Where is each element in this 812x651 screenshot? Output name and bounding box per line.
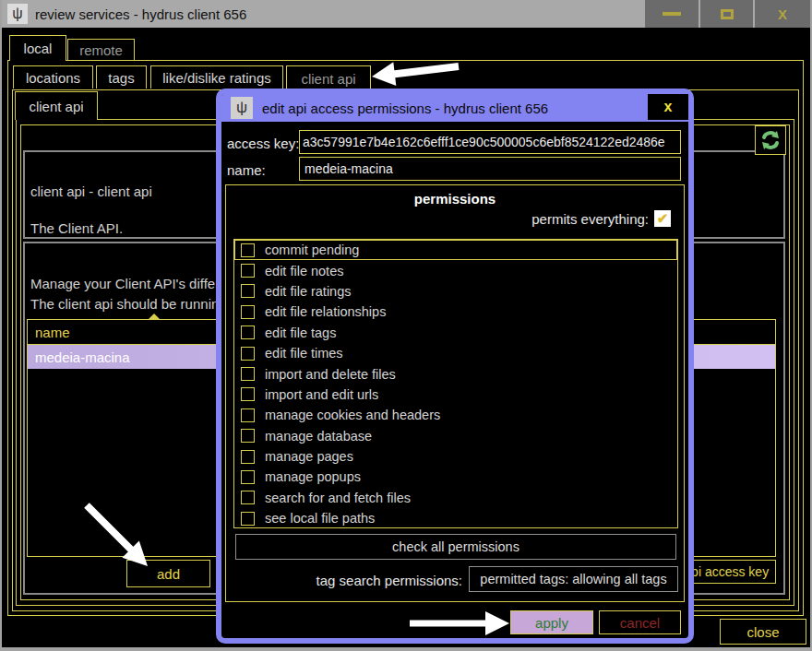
permission-item[interactable]: search for and fetch files — [234, 488, 677, 508]
permission-item[interactable]: manage popups — [234, 467, 677, 487]
permission-item[interactable]: edit file notes — [234, 260, 677, 280]
permission-item[interactable]: manage database — [234, 426, 677, 446]
permission-item-label: edit file tags — [265, 326, 336, 340]
dialog-close-button[interactable]: x — [648, 94, 688, 120]
checkbox-icon[interactable] — [241, 429, 255, 443]
permission-item-label: manage popups — [265, 469, 361, 484]
permission-item[interactable]: see local file paths — [234, 508, 677, 528]
tab-local-label: local — [24, 41, 53, 56]
check-all-permissions-button[interactable]: check all permissions — [235, 534, 676, 560]
tab-local[interactable]: local — [9, 35, 66, 61]
permits-everything-label: permits everything: — [531, 211, 649, 227]
permission-item-label: see local file paths — [265, 511, 375, 526]
checkbox-icon[interactable] — [241, 326, 255, 339]
close-button[interactable]: close — [720, 619, 806, 645]
name-label: name: — [227, 162, 266, 178]
permission-item-label: manage pages — [265, 449, 353, 464]
main-titlebar: ψ review services - hydrus client 656 X — [0, 0, 812, 28]
permission-list: commit pendingedit file notesedit file r… — [233, 239, 678, 528]
permission-item-label: edit file ratings — [265, 284, 352, 299]
tab-like-dislike-ratings-label: like/dislike ratings — [162, 70, 271, 86]
checkbox-icon[interactable] — [241, 491, 255, 504]
checkbox-icon[interactable] — [241, 387, 255, 401]
permission-item-label: search for and fetch files — [265, 491, 411, 505]
access-key-input[interactable]: a3c57991e7b4e162c6efff1ce90c500005c6ebf8… — [299, 130, 681, 154]
tag-search-permissions-label: tag search permissions: — [316, 573, 462, 588]
close-window-button[interactable]: X — [755, 0, 810, 28]
tab-client-api-page[interactable]: client api — [15, 91, 98, 120]
permits-everything-checkbox[interactable]: ✔ — [654, 210, 671, 227]
tab-locations-label: locations — [26, 70, 80, 86]
checkbox-icon[interactable] — [241, 284, 255, 298]
screen: local remote locations tags like/dislike… — [0, 0, 812, 651]
permissions-title: permissions — [226, 191, 684, 207]
main-window-title: review services - hydrus client 656 — [35, 0, 246, 28]
permission-item[interactable]: edit file relationships — [234, 302, 677, 322]
check-icon: ✔ — [657, 210, 669, 227]
permission-item-label: edit file notes — [265, 264, 343, 278]
permission-item-label: manage database — [265, 429, 372, 444]
permission-item[interactable]: commit pending — [234, 240, 677, 260]
dialog-close-icon: x — [664, 99, 673, 115]
tab-remote-label: remote — [79, 42, 123, 58]
checkbox-icon[interactable] — [241, 470, 255, 484]
permissions-group: permissions permits everything: ✔ commit… — [225, 184, 685, 602]
checkbox-icon[interactable] — [241, 450, 255, 464]
dialog-title: edit api access permissions - hydrus cli… — [262, 94, 548, 122]
tab-client-api-service[interactable]: client api — [286, 65, 371, 90]
service-description: The Client API. — [30, 220, 123, 236]
manage-line1: Manage your Client API's differ — [30, 276, 220, 291]
tab-tags[interactable]: tags — [96, 65, 147, 89]
permission-item[interactable]: manage cookies and headers — [234, 405, 677, 425]
checkbox-icon[interactable] — [241, 408, 255, 422]
permission-item[interactable]: import and edit urls — [234, 385, 677, 405]
tab-tags-label: tags — [108, 70, 134, 86]
close-window-icon: X — [778, 6, 787, 22]
permission-item[interactable]: edit file times — [234, 343, 677, 363]
refresh-icon — [759, 130, 782, 150]
refresh-button[interactable] — [755, 125, 786, 155]
name-input[interactable]: medeia-macina — [299, 157, 681, 181]
dialog-titlebar[interactable]: ψ edit api access permissions - hydrus c… — [221, 94, 688, 122]
checkbox-icon[interactable] — [241, 264, 255, 278]
apply-button[interactable]: apply — [510, 610, 593, 634]
checkbox-icon[interactable] — [241, 512, 255, 526]
manage-line2: The client api should be runnin — [30, 296, 219, 312]
permission-item-label: manage cookies and headers — [265, 408, 440, 422]
maximize-button[interactable] — [700, 0, 753, 28]
access-key-label: access key: — [227, 136, 299, 151]
tab-remote[interactable]: remote — [67, 39, 135, 60]
edit-permissions-dialog: ψ edit api access permissions - hydrus c… — [216, 89, 694, 644]
cancel-button[interactable]: cancel — [599, 610, 681, 634]
tag-search-permissions-button[interactable]: permitted tags: allowing all tags — [469, 566, 678, 592]
checkbox-icon[interactable] — [241, 347, 255, 361]
permission-item[interactable]: import and delete files — [234, 363, 677, 384]
dialog-app-icon: ψ — [231, 97, 253, 119]
tab-like-dislike-ratings[interactable]: like/dislike ratings — [150, 65, 283, 89]
minimize-button[interactable] — [645, 0, 699, 28]
permission-item[interactable]: edit file tags — [234, 323, 677, 343]
add-button[interactable]: add — [126, 560, 210, 587]
tab-locations[interactable]: locations — [13, 65, 93, 89]
checkbox-icon[interactable] — [241, 305, 255, 319]
permission-item-label: edit file times — [265, 346, 343, 361]
permission-item-label: import and edit urls — [265, 387, 378, 402]
maximize-icon — [721, 9, 734, 19]
permission-item-label: commit pending — [265, 243, 359, 257]
checkbox-icon[interactable] — [241, 367, 255, 381]
permission-item[interactable]: edit file ratings — [234, 281, 677, 302]
minimize-icon — [663, 12, 681, 16]
service-heading: client api - client api — [30, 183, 152, 199]
checkbox-icon[interactable] — [241, 243, 255, 257]
tab-client-api-page-label: client api — [29, 99, 83, 114]
permission-item-label: import and delete files — [265, 367, 396, 382]
tab-client-api-service-label: client api — [301, 71, 355, 87]
permission-item-label: edit file relationships — [265, 304, 386, 319]
permission-item[interactable]: manage pages — [234, 446, 677, 467]
hydrus-app-icon: ψ — [7, 4, 28, 24]
